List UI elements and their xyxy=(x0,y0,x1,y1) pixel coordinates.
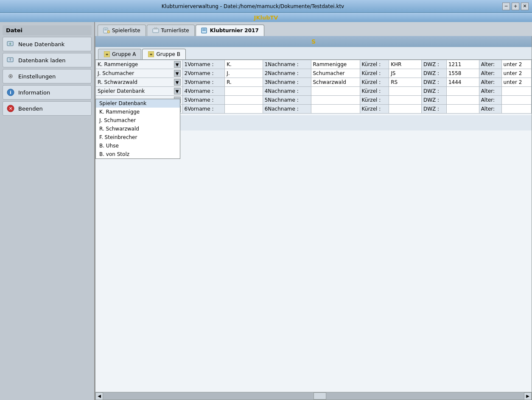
nachname-label: 5Nachname : xyxy=(263,96,311,105)
svg-text:≡: ≡ xyxy=(150,53,153,56)
vorname-value[interactable] xyxy=(225,96,263,105)
dropdown-overlay: Spieler DatenbankK. RammeniggeJ. Schumac… xyxy=(95,99,180,159)
dropdown-arrow-icon[interactable]: ▼ xyxy=(174,61,181,68)
svg-text:i: i xyxy=(10,90,11,95)
dwz-value[interactable] xyxy=(446,96,479,105)
tab-spielerliste[interactable]: Spielerliste xyxy=(98,25,146,36)
content-area: Spielerliste Turnierliste xyxy=(95,22,532,400)
scroll-right-button[interactable]: ▶ xyxy=(524,392,532,400)
spielerliste-icon xyxy=(103,27,110,34)
dwz-value[interactable] xyxy=(446,105,479,114)
nachname-value[interactable] xyxy=(311,105,360,114)
svg-text:≡: ≡ xyxy=(106,53,109,56)
alter-label: Alter: xyxy=(479,78,501,87)
main-layout: Datei + Neue Datenbank ↑ Datenbank laden xyxy=(0,22,532,400)
dwz-label: DWZ : xyxy=(421,87,446,96)
sub-tab-gruppe-b[interactable]: ≡ Gruppe B xyxy=(142,49,186,59)
vorname-value[interactable]: K. xyxy=(225,60,263,69)
sidebar-item-datenbank-laden[interactable]: ↑ Datenbank laden xyxy=(3,53,92,67)
alter-value[interactable]: unter 2 xyxy=(501,60,531,69)
neue-datenbank-label: Neue Datenbank xyxy=(18,41,64,47)
sidebar-item-information[interactable]: i Information xyxy=(3,85,92,100)
alter-label: Alter: xyxy=(479,96,501,105)
scroll-left-button[interactable]: ◀ xyxy=(95,392,103,400)
dwz-value[interactable]: 1444 xyxy=(446,78,479,87)
alter-label: Alter: xyxy=(479,105,501,114)
nachname-value[interactable] xyxy=(311,87,360,96)
player-name-cell[interactable]: K. Rammenigge▼ xyxy=(96,60,183,69)
close-button[interactable]: ✕ xyxy=(521,3,529,10)
kuerzel-value[interactable]: KHR xyxy=(389,60,422,69)
vorname-value[interactable] xyxy=(225,87,263,96)
vorname-label: 3Vorname : xyxy=(182,78,225,87)
player-name: R. Schwarzwald xyxy=(98,79,174,85)
sidebar-item-neue-datenbank[interactable]: + Neue Datenbank xyxy=(3,37,92,51)
dwz-value[interactable]: 1558 xyxy=(446,69,479,78)
horizontal-scrollbar[interactable]: ◀ ▶ xyxy=(95,392,532,400)
svg-point-13 xyxy=(107,31,110,33)
information-label: Information xyxy=(18,89,50,96)
tab-klubturnier[interactable]: Klubturnier 2017 xyxy=(196,25,264,36)
sidebar-item-einstellungen[interactable]: Einstellungen xyxy=(3,69,92,83)
nachname-value[interactable] xyxy=(311,96,360,105)
vorname-label: 6Vorname : xyxy=(182,105,225,114)
alter-value[interactable]: unter 2 xyxy=(501,78,531,87)
dropdown-item[interactable]: B. von Stolz xyxy=(96,150,180,158)
svg-rect-10 xyxy=(104,28,108,33)
alter-value[interactable]: unter 2 xyxy=(501,69,531,78)
kuerzel-value[interactable]: RS xyxy=(389,78,422,87)
info-icon: i xyxy=(6,88,15,97)
player-name-cell[interactable]: Spieler Datenbank▼ xyxy=(96,87,183,96)
player-row: J. Schumacher▼2Vorname :J.2Nachname :Sch… xyxy=(96,69,532,78)
s-bar: S xyxy=(95,36,532,47)
gruppe-b-label: Gruppe B xyxy=(156,51,180,57)
alter-value[interactable] xyxy=(501,87,531,96)
alter-value[interactable] xyxy=(501,105,531,114)
app-name-bar: JKlubTV xyxy=(0,13,532,22)
dropdown-item[interactable]: J. Schumacher xyxy=(96,116,180,125)
gruppe-b-icon: ≡ xyxy=(148,51,154,58)
app-name: JKlubTV xyxy=(254,14,278,21)
svg-rect-16 xyxy=(156,28,157,29)
dropdown-arrow-icon[interactable]: ▼ xyxy=(174,70,181,77)
dropdown-item[interactable]: Spieler Datenbank xyxy=(96,99,180,108)
dropdown-item[interactable]: B. Uhse xyxy=(96,142,180,150)
s-bar-label: S xyxy=(311,38,316,45)
dropdown-item[interactable]: F. Steinbrecher xyxy=(96,133,180,142)
dropdown-arrow-icon[interactable]: ▼ xyxy=(174,79,181,86)
scroll-thumb[interactable] xyxy=(314,392,326,400)
nachname-value[interactable]: Schwarzwald xyxy=(311,78,360,87)
dwz-value[interactable]: 1211 xyxy=(446,60,479,69)
player-name: Spieler Datenbank xyxy=(98,88,174,94)
scroll-track[interactable] xyxy=(103,392,524,400)
maximize-button[interactable]: + xyxy=(512,3,519,10)
player-name-cell[interactable]: J. Schumacher▼ xyxy=(96,69,183,78)
player-name: K. Rammenigge xyxy=(98,61,174,67)
kuerzel-value[interactable]: JS xyxy=(389,69,422,78)
klubturnier-tab-label: Klubturnier 2017 xyxy=(210,28,259,33)
window-controls: − + ✕ xyxy=(502,3,529,10)
vorname-value[interactable]: R. xyxy=(225,78,263,87)
tab-turnierliste[interactable]: Turnierliste xyxy=(147,25,195,36)
dropdown-item[interactable]: R. Schwarzwald xyxy=(96,125,180,133)
alter-value[interactable] xyxy=(501,96,531,105)
nachname-value[interactable]: Schumacher xyxy=(311,69,360,78)
kuerzel-value[interactable] xyxy=(389,96,422,105)
dropdown-arrow-icon[interactable]: ▼ xyxy=(174,88,181,94)
alter-label: Alter: xyxy=(479,60,501,69)
vorname-value[interactable]: J. xyxy=(225,69,263,78)
turnierliste-tab-label: Turnierliste xyxy=(161,28,189,33)
nachname-value[interactable]: Rammenigge xyxy=(311,60,360,69)
sidebar-item-beenden[interactable]: ✕ Beenden xyxy=(3,101,92,116)
sub-tab-gruppe-a[interactable]: ≡ Gruppe A xyxy=(98,49,141,59)
dropdown-item[interactable]: K. Rammenigge xyxy=(96,108,180,116)
minimize-button[interactable]: − xyxy=(502,3,510,10)
kuerzel-value[interactable] xyxy=(389,105,422,114)
turnierliste-icon xyxy=(152,27,159,34)
kuerzel-label: Kürzel : xyxy=(360,105,389,114)
player-name-cell[interactable]: R. Schwarzwald▼ xyxy=(96,78,183,87)
vorname-value[interactable] xyxy=(225,105,263,114)
dwz-label: DWZ : xyxy=(421,105,446,114)
dwz-value[interactable] xyxy=(446,87,479,96)
kuerzel-value[interactable] xyxy=(389,87,422,96)
